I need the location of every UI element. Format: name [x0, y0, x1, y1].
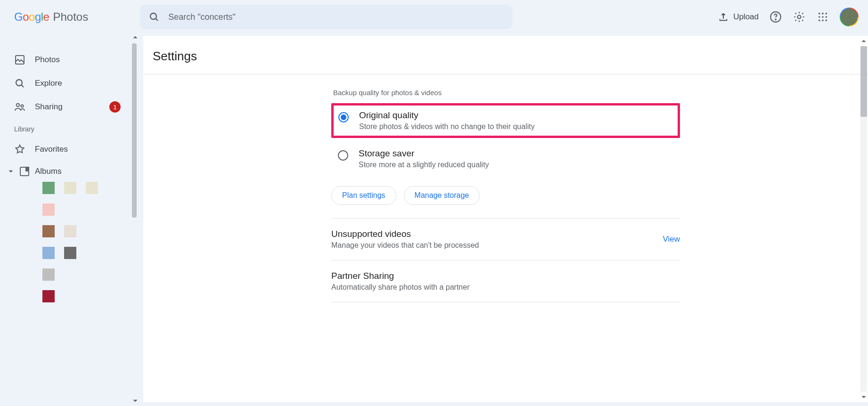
- svg-rect-20: [26, 167, 29, 171]
- settings-icon[interactable]: [793, 10, 806, 24]
- album-item[interactable]: [42, 203, 127, 216]
- sharing-badge: 1: [109, 101, 121, 113]
- sidebar-item-favorites[interactable]: Favorites: [5, 138, 127, 161]
- partner-sharing-desc: Automatically share photos with a partne…: [331, 283, 469, 292]
- unsupported-videos-title: Unsupported videos: [331, 229, 479, 239]
- product-name: Photos: [53, 10, 88, 24]
- view-unsupported-button[interactable]: View: [663, 235, 680, 244]
- sidebar-scroll-up-icon[interactable]: [132, 34, 139, 41]
- svg-point-18: [21, 105, 23, 107]
- album-thumb: [64, 247, 76, 259]
- unsupported-videos-section: Unsupported videos Manage your videos th…: [331, 218, 680, 260]
- upload-icon: [718, 12, 729, 22]
- album-thumb: [42, 247, 55, 259]
- album-icon: [19, 166, 30, 177]
- svg-point-8: [819, 16, 820, 18]
- svg-line-1: [156, 18, 158, 21]
- svg-point-7: [826, 13, 827, 15]
- album-item[interactable]: [42, 182, 127, 194]
- svg-point-6: [822, 13, 824, 15]
- search-icon: [148, 11, 160, 23]
- apps-icon[interactable]: [816, 10, 829, 24]
- photos-icon: [14, 54, 25, 65]
- sidebar-item-photos[interactable]: Photos: [5, 48, 127, 72]
- sidebar-item-sharing[interactable]: Sharing 1: [5, 95, 127, 119]
- page-title: Settings: [143, 36, 868, 74]
- album-thumbnail-list: [5, 182, 127, 302]
- svg-point-12: [822, 20, 824, 22]
- svg-point-0: [150, 13, 156, 19]
- partner-sharing-section: Partner Sharing Automatically share phot…: [331, 260, 680, 302]
- album-item[interactable]: [42, 225, 127, 237]
- album-item[interactable]: [42, 290, 127, 302]
- option-desc: Store more at a slightly reduced quality: [359, 161, 489, 169]
- album-thumb: [42, 290, 55, 302]
- svg-point-13: [826, 20, 827, 22]
- search-input[interactable]: [168, 12, 504, 22]
- svg-line-16: [21, 85, 24, 87]
- logo[interactable]: Google Photos: [14, 10, 88, 24]
- svg-point-11: [819, 20, 820, 22]
- backup-quality-label: Backup quality for photos & videos: [331, 89, 680, 97]
- sidebar-label: Photos: [35, 55, 60, 65]
- google-wordmark: Google: [14, 10, 49, 24]
- scroll-down-icon[interactable]: [860, 394, 867, 400]
- upload-label: Upload: [733, 12, 759, 22]
- option-title: Storage saver: [359, 148, 489, 159]
- album-thumb: [86, 182, 98, 194]
- radio-icon: [338, 112, 349, 122]
- manage-storage-button[interactable]: Manage storage: [404, 186, 480, 205]
- sidebar-item-albums[interactable]: Albums: [5, 161, 127, 182]
- album-thumb: [64, 225, 76, 237]
- album-thumb: [42, 225, 55, 237]
- app-header: Google Photos Upload: [0, 0, 868, 34]
- svg-point-4: [798, 16, 801, 19]
- svg-point-9: [822, 16, 824, 18]
- svg-point-17: [16, 104, 19, 106]
- svg-point-10: [826, 16, 827, 18]
- sidebar-item-explore[interactable]: Explore: [5, 72, 127, 95]
- backup-quality-option[interactable]: Storage saverStore more at a slightly re…: [331, 142, 680, 176]
- unsupported-videos-desc: Manage your videos that can't be process…: [331, 241, 479, 250]
- album-thumb: [64, 182, 76, 194]
- svg-point-5: [819, 13, 820, 15]
- album-thumb: [42, 182, 55, 194]
- sidebar-label: Albums: [35, 167, 62, 176]
- sidebar-label: Sharing: [35, 102, 63, 112]
- upload-button[interactable]: Upload: [718, 12, 759, 22]
- album-item[interactable]: [42, 247, 127, 259]
- backup-quality-option[interactable]: Original qualityStore photos & videos wi…: [331, 103, 680, 138]
- help-icon[interactable]: [769, 10, 782, 24]
- svg-point-15: [16, 80, 22, 86]
- sidebar-label: Explore: [35, 79, 62, 88]
- plan-settings-button[interactable]: Plan settings: [331, 186, 396, 205]
- sidebar: Photos Explore Sharing 1 Library: [0, 34, 132, 406]
- svg-point-3: [775, 19, 776, 20]
- star-icon: [14, 144, 25, 155]
- option-title: Original quality: [359, 110, 535, 121]
- album-thumb: [42, 268, 55, 281]
- radio-icon: [338, 150, 348, 161]
- settings-panel: Settings Backup quality for photos & vid…: [143, 36, 868, 402]
- account-avatar[interactable]: [840, 8, 859, 26]
- partner-sharing-title: Partner Sharing: [331, 271, 469, 281]
- library-section-label: Library: [5, 119, 127, 138]
- sharing-icon: [14, 101, 25, 113]
- album-thumb: [42, 203, 55, 216]
- sidebar-scroll-down-icon[interactable]: [132, 398, 139, 405]
- scroll-up-icon[interactable]: [860, 38, 867, 44]
- album-item[interactable]: [42, 268, 127, 281]
- backup-quality-options: Original qualityStore photos & videos wi…: [331, 103, 680, 176]
- search-bar[interactable]: [140, 5, 512, 29]
- sidebar-label: Favorites: [35, 145, 68, 154]
- main-scrollbar[interactable]: [860, 38, 867, 400]
- explore-icon: [14, 78, 25, 89]
- option-desc: Store photos & videos with no change to …: [359, 122, 535, 131]
- chevron-down-icon: [8, 168, 14, 175]
